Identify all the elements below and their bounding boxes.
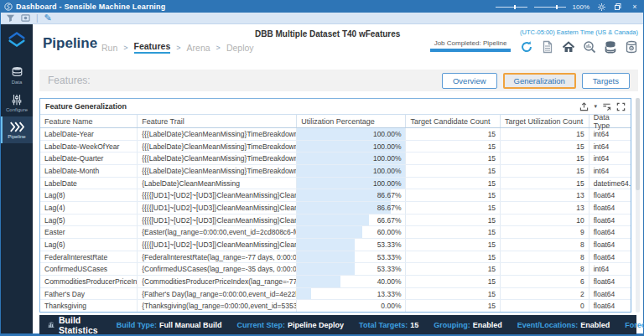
table-row[interactable]: LabelDate {LabelDate}CleanMeanMissing 10… [40,178,631,190]
table-row[interactable]: Lag(4) {{{{[UD1]~[UD2]~[UD3]}CleanMeanMi… [40,202,631,215]
table-row[interactable]: Lag(6) {{{{[UD1]~[UD2]~[UD3]}CleanMeanMi… [40,239,631,251]
sidebar-item-pipeline[interactable]: Pipeline [1,116,33,143]
titlebar-slider-2[interactable] [534,7,566,8]
table-row[interactable]: Father's Day {Father's Day(lag_range=0:0… [40,288,631,301]
cell-utilization: 60.00% [297,226,406,238]
table-row[interactable]: ConfirmedUSCases {ConfirmedUSCases(lag_r… [40,263,631,276]
table-row[interactable]: Lag(8) {{{{[UD1]~[UD2]~[UD3]}CleanMeanMi… [40,189,631,202]
cell-target-count: 6 [501,276,589,287]
cell-candidate-count: 15 [406,251,501,263]
table-row[interactable]: LabelDate-WeekOfYear {{{LabelDate}CleanM… [40,141,631,153]
column-header[interactable]: Feature Trail [138,115,297,127]
column-header[interactable]: Utilization Percentage [297,115,406,127]
utilization-value: 66.67% [377,216,402,225]
cell-data-type: float64 [589,300,631,312]
cell-target-count: 15 [501,128,589,140]
settings-gear-icon[interactable] [596,2,606,12]
table-row[interactable]: LabelDate-Month {{{LabelDate}CleanMeanMi… [40,165,631,178]
cell-candidate-count: 15 [406,239,501,251]
stat-label: Total Targets: [359,321,408,329]
restore-window-icon[interactable] [613,2,623,12]
home-icon[interactable] [562,40,575,54]
close-icon[interactable]: × [630,2,640,12]
job-status-block: Job Completed: Pipeline [430,39,511,52]
table-body: LabelDate-Year {{{LabelDate}CleanMeanMis… [40,128,631,312]
table-row[interactable]: Thanksgiving {Thanksgiving(lag_range=0:0… [40,300,631,312]
utilization-value: 40.00% [377,277,402,286]
cell-candidate-count: 15 [406,189,501,201]
sidebar-item-label: Data [12,80,23,85]
cell-target-count: 8 [501,239,589,251]
tab-overview[interactable]: Overview [442,73,497,89]
cell-candidate-count: 15 [406,165,501,177]
table-row[interactable]: Easter {Easter(lag_range=0:00:00,event_i… [40,226,631,239]
export-dropdown-caret[interactable]: ▾ [594,103,597,110]
cell-feature-name: LabelDate-Month [40,165,138,177]
filter-icon[interactable] [6,13,15,23]
timezone-label: (UTC-05:00) Eastern Time (US & Canada) [520,28,638,36]
panel-header: Feature Generalization ▾ [40,99,631,114]
sidebar-item-label: Pipeline [8,134,25,139]
table-row[interactable]: Lag(5) {{{{[UD1]~[UD2]~[UD3]}CleanMeanMi… [40,215,631,227]
scrollbar-thumb[interactable] [636,98,640,190]
column-header[interactable]: Data Type [589,115,631,127]
column-header[interactable]: Feature Name [40,115,138,127]
slider-thumb[interactable] [556,5,558,9]
database-settings-icon[interactable] [625,40,638,54]
window-title: Dashboard - Sensible Machine Learning [16,3,496,11]
cell-feature-trail: {{{{[UD1]~[UD2]~[UD3]}CleanMeanMissing}C… [138,189,297,201]
sidebar-item-data[interactable]: Data [1,61,33,89]
table-row[interactable]: CommoditiesProducerPriceIndex {Commoditi… [40,276,631,288]
cell-feature-name: LabelDate-Year [40,128,138,140]
cell-candidate-count: 15 [406,226,501,238]
column-header[interactable]: Target Candidate Count [406,115,501,127]
status-stat: Current Step:Pipeline Deploy [237,321,345,329]
table-row[interactable]: LabelDate-Year {{{LabelDate}CleanMeanMis… [40,128,631,141]
cell-candidate-count: 15 [406,215,501,226]
sidebar-item-configure[interactable]: Configure [1,89,33,116]
analytics-search-icon[interactable] [583,40,596,54]
sidebar: Data Configure Pipeline [1,24,33,333]
dataset-title: DBB Multiple Dataset T40 wFeatures [255,29,400,39]
panel-title: Feature Generalization [45,102,127,111]
tab-targets[interactable]: Targets [582,73,630,89]
export-icon[interactable] [579,102,589,111]
vertical-scrollbar[interactable] [636,98,640,313]
cell-data-type: float64 [589,202,631,214]
slider-thumb[interactable] [514,5,516,9]
breadcrumb-features[interactable]: Features [134,41,171,54]
breadcrumb-arena[interactable]: Arena [187,43,210,53]
expand-icon[interactable] [616,102,626,111]
cell-candidate-count: 15 [406,300,501,312]
cell-target-count: 8 [501,251,589,263]
breadcrumb-run[interactable]: Run [101,43,117,53]
edit-pencil-icon[interactable]: ✎ [44,13,52,23]
stat-value: Pipeline Deploy [288,321,344,329]
cell-target-count: 13 [501,189,589,201]
cell-data-type: float64 [589,288,631,300]
utilization-bar [297,276,340,287]
cell-candidate-count: 15 [406,128,501,140]
cell-utilization: 100.00% [297,165,406,177]
status-stat: Forecast Range:4 Weeks [625,321,644,329]
breadcrumb-deploy[interactable]: Deploy [226,43,254,53]
utilization-bar [297,288,311,300]
focus-mode-icon[interactable] [602,102,611,111]
cell-target-count: 15 [501,141,589,152]
cell-data-type: float64 [589,239,631,251]
table-row[interactable]: LabelDate-Quarter {{{LabelDate}CleanMean… [40,152,631,165]
capture-icon[interactable] [21,13,30,23]
refresh-icon[interactable] [520,40,533,54]
cell-feature-name: CommoditiesProducerPriceIndex [40,276,138,287]
column-header[interactable]: Target Utilization Count [501,115,589,127]
cell-data-type: float64 [589,189,631,201]
titlebar-slider-1[interactable] [496,7,527,8]
cell-feature-trail: {FederalInterestRate(lag_range=-77 days,… [138,251,297,263]
table-row[interactable]: FederalInterestRate {FederalInterestRate… [40,251,631,264]
stat-label: Event/Locations: [517,321,579,329]
utilization-bar [297,263,355,275]
cell-feature-name: ConfirmedUSCases [40,263,138,275]
database-stack-icon[interactable] [604,40,617,54]
report-document-icon[interactable] [541,40,554,54]
tab-generalization[interactable]: Generalization [503,73,576,89]
